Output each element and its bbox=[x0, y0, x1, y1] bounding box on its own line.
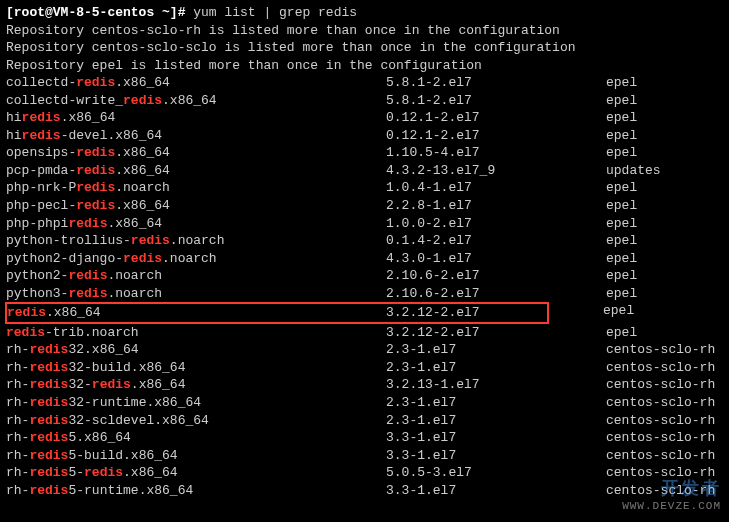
grep-match: redis bbox=[22, 110, 61, 125]
terminal-prompt-line: [root@VM-8-5-centos ~]# yum list | grep … bbox=[6, 4, 723, 22]
package-name: redis-trib.noarch bbox=[6, 324, 386, 342]
package-repo: centos-sclo-rh bbox=[606, 341, 715, 359]
package-version: 3.3-1.el7 bbox=[386, 429, 606, 447]
package-version: 2.3-1.el7 bbox=[386, 341, 606, 359]
package-repo: centos-sclo-rh bbox=[606, 464, 715, 482]
grep-match: redis bbox=[76, 163, 115, 178]
package-name: python3-redis.noarch bbox=[6, 285, 386, 303]
package-repo: epel bbox=[606, 179, 637, 197]
package-repo: centos-sclo-rh bbox=[606, 394, 715, 412]
package-name: rh-redis32-build.x86_64 bbox=[6, 359, 386, 377]
grep-match: redis bbox=[29, 413, 68, 428]
package-name: python2-django-redis.noarch bbox=[6, 250, 386, 268]
package-name: collectd-redis.x86_64 bbox=[6, 74, 386, 92]
grep-match: redis bbox=[68, 286, 107, 301]
grep-match: redis bbox=[29, 430, 68, 445]
grep-match: redis bbox=[29, 395, 68, 410]
package-name: pcp-pmda-redis.x86_64 bbox=[6, 162, 386, 180]
package-name: redis.x86_64 bbox=[7, 304, 386, 322]
package-repo: epel bbox=[606, 250, 637, 268]
package-repo: centos-sclo-rh bbox=[606, 412, 715, 430]
package-row: rh-redis32.x86_642.3-1.el7centos-sclo-rh bbox=[6, 341, 723, 359]
package-name: rh-redis5-build.x86_64 bbox=[6, 447, 386, 465]
package-repo: epel bbox=[606, 74, 637, 92]
package-name: php-pecl-redis.x86_64 bbox=[6, 197, 386, 215]
package-name: rh-redis32-runtime.x86_64 bbox=[6, 394, 386, 412]
grep-match: redis bbox=[76, 75, 115, 90]
package-row: collectd-redis.x86_645.8.1-2.el7epel bbox=[6, 74, 723, 92]
package-name: rh-redis32-redis.x86_64 bbox=[6, 376, 386, 394]
package-version: 2.10.6-2.el7 bbox=[386, 267, 606, 285]
grep-match: redis bbox=[68, 216, 107, 231]
package-version: 4.3.2-13.el7_9 bbox=[386, 162, 606, 180]
grep-match: redis bbox=[123, 93, 162, 108]
package-name: rh-redis5-runtime.x86_64 bbox=[6, 482, 386, 500]
package-version: 0.12.1-2.el7 bbox=[386, 127, 606, 145]
package-version: 3.3-1.el7 bbox=[386, 447, 606, 465]
warning-messages: Repository centos-sclo-rh is listed more… bbox=[6, 22, 723, 75]
package-repo: centos-sclo-rh bbox=[606, 359, 715, 377]
package-version: 3.2.12-2.el7 bbox=[386, 304, 546, 322]
package-row: hiredis.x86_640.12.1-2.el7epel bbox=[6, 109, 723, 127]
package-name: hiredis.x86_64 bbox=[6, 109, 386, 127]
package-row: rh-redis5-runtime.x86_643.3-1.el7centos-… bbox=[6, 482, 723, 500]
package-repo: epel bbox=[606, 232, 637, 250]
package-version: 3.2.13-1.el7 bbox=[386, 376, 606, 394]
package-version: 3.3-1.el7 bbox=[386, 482, 606, 500]
package-row: opensips-redis.x86_641.10.5-4.el7epel bbox=[6, 144, 723, 162]
package-row: python-trollius-redis.noarch0.1.4-2.el7e… bbox=[6, 232, 723, 250]
prompt-command: yum list | grep redis bbox=[193, 5, 357, 20]
package-row: rh-redis32-build.x86_642.3-1.el7centos-s… bbox=[6, 359, 723, 377]
package-name: rh-redis5-redis.x86_64 bbox=[6, 464, 386, 482]
package-name: hiredis-devel.x86_64 bbox=[6, 127, 386, 145]
package-repo: epel bbox=[606, 144, 637, 162]
package-row: php-phpiredis.x86_641.0.0-2.el7epel bbox=[6, 215, 723, 233]
grep-match: redis bbox=[6, 325, 45, 340]
grep-match: redis bbox=[29, 465, 68, 480]
highlighted-package-box: redis.x86_643.2.12-2.el7 bbox=[5, 302, 549, 324]
package-repo: epel bbox=[606, 267, 637, 285]
package-list: collectd-redis.x86_645.8.1-2.el7epelcoll… bbox=[6, 74, 723, 499]
package-name: php-phpiredis.x86_64 bbox=[6, 215, 386, 233]
package-name: php-nrk-Predis.noarch bbox=[6, 179, 386, 197]
package-repo: epel bbox=[606, 127, 637, 145]
package-version: 5.0.5-3.el7 bbox=[386, 464, 606, 482]
grep-match: redis bbox=[68, 268, 107, 283]
prompt-user-host: [root@VM-8-5-centos ~]# bbox=[6, 5, 185, 20]
package-repo: epel bbox=[603, 302, 634, 324]
package-row: collectd-write_redis.x86_645.8.1-2.el7ep… bbox=[6, 92, 723, 110]
package-version: 4.3.0-1.el7 bbox=[386, 250, 606, 268]
grep-match: redis bbox=[84, 465, 123, 480]
grep-match: redis bbox=[76, 145, 115, 160]
grep-match: redis bbox=[29, 483, 68, 498]
package-row: rh-redis5-redis.x86_645.0.5-3.el7centos-… bbox=[6, 464, 723, 482]
grep-match: redis bbox=[29, 448, 68, 463]
package-row: rh-redis5.x86_643.3-1.el7centos-sclo-rh bbox=[6, 429, 723, 447]
grep-match: redis bbox=[29, 360, 68, 375]
package-repo: centos-sclo-rh bbox=[606, 429, 715, 447]
package-repo: epel bbox=[606, 197, 637, 215]
package-version: 1.10.5-4.el7 bbox=[386, 144, 606, 162]
grep-match: redis bbox=[29, 377, 68, 392]
package-version: 2.10.6-2.el7 bbox=[386, 285, 606, 303]
package-row: rh-redis5-build.x86_643.3-1.el7centos-sc… bbox=[6, 447, 723, 465]
package-repo: epel bbox=[606, 285, 637, 303]
package-row: rh-redis32-redis.x86_643.2.13-1.el7cento… bbox=[6, 376, 723, 394]
package-version: 0.1.4-2.el7 bbox=[386, 232, 606, 250]
package-version: 2.2.8-1.el7 bbox=[386, 197, 606, 215]
grep-match: redis bbox=[92, 377, 131, 392]
package-repo: epel bbox=[606, 92, 637, 110]
package-row: pcp-pmda-redis.x86_644.3.2-13.el7_9updat… bbox=[6, 162, 723, 180]
package-row: python2-django-redis.noarch4.3.0-1.el7ep… bbox=[6, 250, 723, 268]
package-row: rh-redis32-runtime.x86_642.3-1.el7centos… bbox=[6, 394, 723, 412]
package-version: 2.3-1.el7 bbox=[386, 412, 606, 430]
package-name: collectd-write_redis.x86_64 bbox=[6, 92, 386, 110]
package-repo: centos-sclo-rh bbox=[606, 482, 715, 500]
package-version: 2.3-1.el7 bbox=[386, 359, 606, 377]
grep-match: redis bbox=[131, 233, 170, 248]
package-repo: epel bbox=[606, 109, 637, 127]
package-row: php-pecl-redis.x86_642.2.8-1.el7epel bbox=[6, 197, 723, 215]
package-name: python-trollius-redis.noarch bbox=[6, 232, 386, 250]
package-version: 5.8.1-2.el7 bbox=[386, 92, 606, 110]
warning-message: Repository epel is listed more than once… bbox=[6, 57, 723, 75]
